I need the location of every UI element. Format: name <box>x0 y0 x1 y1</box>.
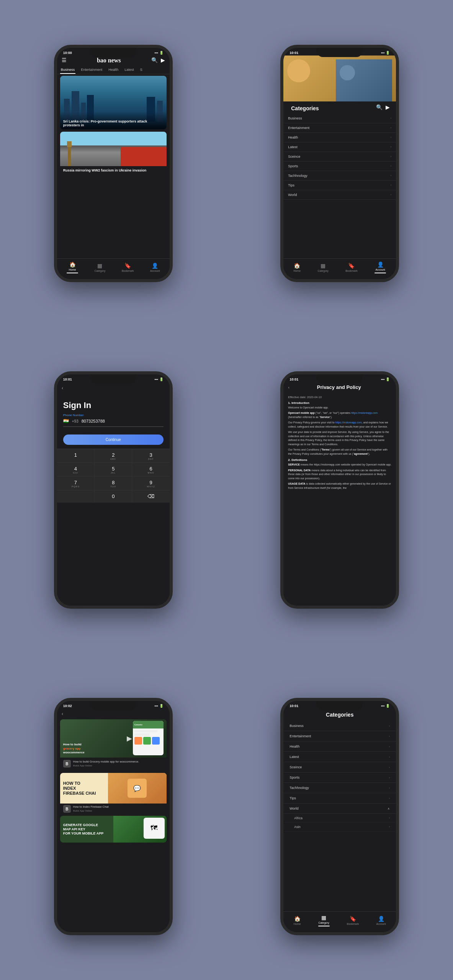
cat-item-business[interactable]: Business › <box>283 114 396 123</box>
nav-home-label: Home <box>69 268 76 271</box>
key-8[interactable]: 8 TUV <box>95 477 132 490</box>
cat-page-arrow-entertainment: › <box>389 735 390 738</box>
key-7[interactable]: 7 PQRS <box>57 477 94 490</box>
status-icons-cat: ▪▪▪ 🔋 <box>381 51 390 55</box>
nav-bookmark-cat[interactable]: 🔖 Bookmark <box>345 263 358 272</box>
tab-more[interactable]: S <box>139 66 143 74</box>
key-6[interactable]: 6 MNO <box>132 463 169 476</box>
key-1[interactable]: 1 <box>57 449 94 462</box>
key-0[interactable]: 0 <box>95 490 132 503</box>
def-personal-data: PERSONAL DATA means data about a living … <box>288 469 391 481</box>
cat-page-africa[interactable]: Africa › <box>283 814 396 823</box>
cat-item-tips[interactable]: Tips › <box>283 181 396 190</box>
nav-underline <box>67 273 78 273</box>
cat-page-arrow-tips: › <box>389 797 390 800</box>
nav-home-cat[interactable]: 🏠 Home <box>293 263 301 272</box>
tab-latest[interactable]: Latest <box>124 66 135 74</box>
back-button-privacy[interactable]: ‹ <box>288 384 289 390</box>
cat-page-arrow-technology: › <box>389 786 390 790</box>
key-9[interactable]: 9 WXYZ <box>132 477 169 490</box>
cat-page-label-business: Business <box>289 724 304 728</box>
key-backspace[interactable]: ⌫ <box>132 490 169 503</box>
channel-icon-1: B <box>63 760 71 768</box>
battery-cat-page: 🔋 <box>386 704 390 708</box>
key-2[interactable]: 2 ABC <box>95 449 132 462</box>
cell-categories-page: 10:01 ▪▪▪ 🔋 Categories Business › Entert… <box>227 653 453 980</box>
country-flag[interactable]: 🇮🇳 <box>63 418 69 424</box>
cat-item-health[interactable]: Health › <box>283 133 396 142</box>
video-icon[interactable]: ▶ <box>161 57 165 64</box>
nav-account-cat[interactable]: 👤 Account <box>375 261 386 273</box>
nav-account[interactable]: 👤 Account <box>150 263 160 272</box>
nav-account-cat-page[interactable]: 👤 Account <box>376 916 386 925</box>
nav-category[interactable]: ▦ Category <box>95 263 105 272</box>
nav-bookmark-cat-page[interactable]: 🔖 Bookmark <box>347 916 359 925</box>
battery-cat: 🔋 <box>386 51 390 55</box>
cat-page-tips[interactable]: Tips › <box>283 793 396 804</box>
key-5[interactable]: 5 JKL <box>95 463 132 476</box>
key-3[interactable]: 3 DEF <box>132 449 169 462</box>
nav-category-cat[interactable]: ▦ Category <box>317 263 328 272</box>
video-card-3[interactable]: GENERATE GOOGLEMAP API KEYFOR YOUR MOBIL… <box>60 816 167 843</box>
cat-page-asin[interactable]: Asin › <box>283 823 396 831</box>
cat-page-sports[interactable]: Sports › <box>283 773 396 783</box>
cat-item-sceince[interactable]: Sceince › <box>283 152 396 162</box>
tab-business[interactable]: Business <box>60 66 76 74</box>
cat-label-technology: Tachhnology <box>288 174 307 178</box>
video-icon-cat[interactable]: ▶ <box>386 104 390 111</box>
cat-page-business[interactable]: Business › <box>283 721 396 731</box>
cat-page-underline <box>318 926 330 926</box>
bookmark-icon-cat-page: 🔖 <box>350 916 356 922</box>
cat-arrow-technology: › <box>391 174 392 177</box>
search-icon[interactable]: 🔍 <box>151 57 158 64</box>
category-icon-cat: ▦ <box>321 263 325 269</box>
search-icon-cat[interactable]: 🔍 <box>376 104 383 111</box>
phone-input[interactable]: 8073253788 <box>82 419 105 423</box>
video-card-1[interactable]: Grocery <box>60 719 167 770</box>
nav-account-label: Account <box>150 270 160 272</box>
cat-page-latest[interactable]: Latest › <box>283 752 396 762</box>
intro-text-2: Opencart mobile app ("us", "we", or "our… <box>288 411 391 419</box>
back-button-signin[interactable]: ‹ <box>57 382 170 394</box>
continue-button[interactable]: Continue <box>63 434 164 445</box>
privacy-content: Effective date: 2020-04-10 1. Introducti… <box>283 392 396 604</box>
key-4[interactable]: 4 GHI <box>57 463 94 476</box>
menu-icon[interactable]: ☰ <box>62 57 67 64</box>
cat-page-technology[interactable]: Tachhnology › <box>283 783 396 793</box>
country-code[interactable]: +93 <box>72 419 78 423</box>
intro-text-5: Our Terms and Conditions ("Terms") gover… <box>288 448 391 456</box>
cell-signin: 10:01 ▪▪▪ 🔋 ‹ Sign In Phone Number 🇮🇳 +9… <box>0 327 227 653</box>
cat-item-latest[interactable]: Latest › <box>283 142 396 152</box>
bookmark-nav-icon: 🔖 <box>124 263 131 269</box>
nav-category-cat-page[interactable]: ▦ Category <box>318 915 330 926</box>
nav-home[interactable]: 🏠 Home <box>67 261 78 273</box>
cat-page-arrow-health: › <box>389 745 390 748</box>
cat-arrow-latest: › <box>391 145 392 149</box>
bottom-navigation: 🏠 Home ▦ Category 🔖 Bookmark 👤 Account <box>57 258 170 279</box>
cat-page-health[interactable]: Health › <box>283 742 396 752</box>
cat-item-sports[interactable]: Sports › <box>283 162 396 171</box>
status-icons-video: ▪▪▪ 🔋 <box>154 704 164 708</box>
tab-entertainment[interactable]: Entertainment <box>80 66 103 74</box>
cat-label-tips: Tips <box>288 183 294 187</box>
signal-cat-page: ▪▪▪ <box>381 704 385 708</box>
hero-article[interactable]: Sri Lanka crisis: Pro-government support… <box>60 76 167 129</box>
cat-page-sceince[interactable]: Sceince › <box>283 762 396 773</box>
nav-bookmark[interactable]: 🔖 Bookmark <box>122 263 134 272</box>
screen-categories: 10:01 ▪▪▪ 🔋 Categories 🔍 <box>283 48 396 279</box>
signal-signin: ▪▪▪ <box>154 377 158 381</box>
cat-item-entertainment[interactable]: Entertainment › <box>283 123 396 133</box>
nav-home-cat-page[interactable]: 🏠 Home <box>294 916 301 925</box>
article-card[interactable]: Russia mirroring WW2 fascism in Ukraine … <box>60 132 167 175</box>
cat-item-world[interactable]: World › <box>283 190 396 200</box>
tab-health[interactable]: Health <box>108 66 119 74</box>
battery-privacy: 🔋 <box>386 377 390 381</box>
hero-area <box>283 56 396 101</box>
video-card-2[interactable]: HOW TOINDEXFIREBASE CHAI 💬 B How to Inde… <box>60 773 167 814</box>
back-button-video[interactable]: ‹ <box>57 709 170 719</box>
cat-page-world[interactable]: World ∧ <box>283 804 396 814</box>
time-privacy: 10:01 <box>289 377 298 381</box>
cat-item-technology[interactable]: Tachhnology › <box>283 171 396 181</box>
account-icon-cat: 👤 <box>377 261 384 268</box>
cat-page-entertainment[interactable]: Entertainment › <box>283 731 396 742</box>
